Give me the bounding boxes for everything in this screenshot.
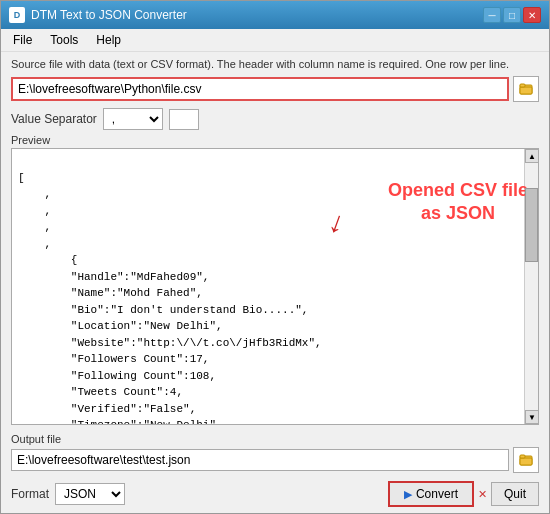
preview-container: [ , , , , { "Handle":"MdFahed09", "Name"… [11, 148, 539, 425]
separator-extra-input[interactable] [169, 109, 199, 130]
scroll-down-button[interactable]: ▼ [525, 410, 539, 424]
output-label: Output file [11, 433, 539, 445]
svg-rect-4 [520, 458, 532, 465]
folder-icon [519, 82, 533, 96]
play-icon: ▶ [404, 488, 412, 501]
output-row [11, 447, 539, 473]
source-description: Source file with data (text or CSV forma… [11, 58, 539, 70]
app-icon: D [9, 7, 25, 23]
preview-section: Preview [ , , , , { "Handle":"MdFahed09"… [11, 134, 539, 425]
scroll-thumb[interactable] [525, 188, 538, 262]
format-row: Format JSON CSV [11, 483, 125, 505]
output-browse-button[interactable] [513, 447, 539, 473]
quit-button[interactable]: Quit [491, 482, 539, 506]
bottom-row: Format JSON CSV ▶ Convert ✕ Quit [11, 481, 539, 507]
title-bar: D DTM Text to JSON Converter ─ □ ✕ [1, 1, 549, 29]
svg-rect-1 [520, 87, 532, 94]
main-window: D DTM Text to JSON Converter ─ □ ✕ File … [0, 0, 550, 514]
menu-tools[interactable]: Tools [42, 31, 86, 49]
convert-button[interactable]: ▶ Convert [388, 481, 474, 507]
main-content: Source file with data (text or CSV forma… [1, 52, 549, 513]
source-browse-button[interactable] [513, 76, 539, 102]
preview-label: Preview [11, 134, 539, 146]
scroll-track [525, 163, 538, 410]
output-section: Output file [11, 433, 539, 473]
window-title: DTM Text to JSON Converter [31, 8, 187, 22]
title-bar-left: D DTM Text to JSON Converter [9, 7, 187, 23]
scroll-up-button[interactable]: ▲ [525, 149, 539, 163]
separator-select[interactable]: , ; \t | [103, 108, 163, 130]
format-label: Format [11, 487, 49, 501]
svg-rect-5 [520, 455, 525, 458]
minimize-button[interactable]: ─ [483, 7, 501, 23]
output-file-input[interactable] [11, 449, 509, 471]
convert-label: Convert [416, 487, 458, 501]
menu-bar: File Tools Help [1, 29, 549, 52]
window-controls: ─ □ ✕ [483, 7, 541, 23]
separator-row: Value Separator , ; \t | [11, 108, 539, 130]
preview-scrollbar[interactable]: ▲ ▼ [524, 149, 538, 424]
format-select[interactable]: JSON CSV [55, 483, 125, 505]
maximize-button[interactable]: □ [503, 7, 521, 23]
preview-text: [ , , , , { "Handle":"MdFahed09", "Name"… [12, 149, 524, 424]
close-button[interactable]: ✕ [523, 7, 541, 23]
svg-rect-2 [520, 84, 525, 87]
menu-help[interactable]: Help [88, 31, 129, 49]
button-row: ▶ Convert ✕ Quit [388, 481, 539, 507]
separator-label: Value Separator [11, 112, 97, 126]
menu-file[interactable]: File [5, 31, 40, 49]
folder-icon-output [519, 453, 533, 467]
x-separator-icon: ✕ [478, 488, 487, 501]
source-file-input[interactable] [11, 77, 509, 101]
source-row [11, 76, 539, 102]
